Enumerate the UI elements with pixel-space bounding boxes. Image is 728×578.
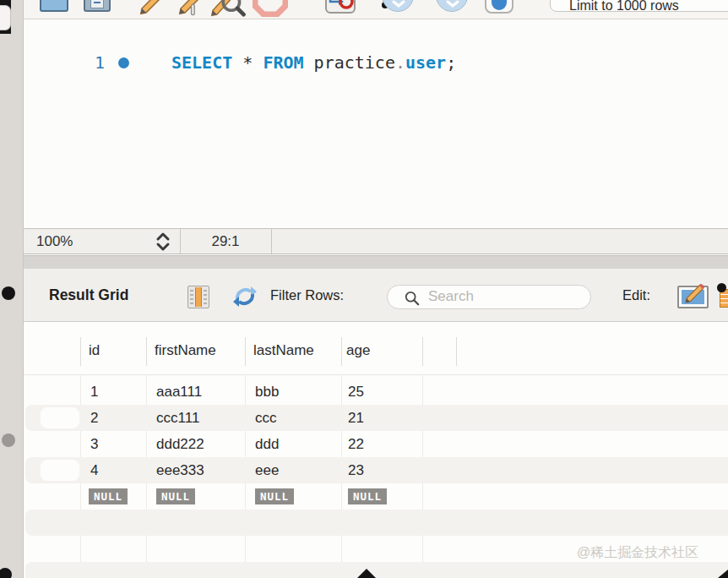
result-grid: id firstName lastName age 1 aaa111 bbb 2… (24, 322, 728, 578)
sql-token: * (232, 52, 263, 73)
next-nav-icon[interactable] (436, 0, 468, 12)
row-selector[interactable] (41, 460, 79, 481)
sql-token: ; (446, 52, 456, 73)
result-grid-title: Result Grid (49, 286, 128, 304)
null-badge[interactable]: NULL (255, 488, 294, 504)
table-row[interactable]: 1 aaa111 bbb 25 (25, 379, 728, 405)
query-toolbar: Limit to 1000 rows (24, 0, 728, 19)
cursor-position: 29:1 (180, 233, 271, 250)
sql-token: SELECT (171, 52, 232, 73)
null-badge[interactable]: NULL (89, 488, 128, 504)
cell-lastname[interactable]: bbb (255, 379, 279, 405)
sql-line-1: 1 SELECT * FROM practice.user; (24, 50, 728, 75)
edge-dot-gray-icon (2, 434, 15, 447)
table-row-empty[interactable] (25, 510, 728, 536)
continue-on-error-icon[interactable] (325, 0, 356, 14)
sql-statement[interactable]: SELECT * FROM practice.user; (171, 50, 456, 75)
explain-pencil-magnifier-icon[interactable] (209, 0, 246, 19)
search-icon (405, 291, 420, 306)
cell-id[interactable]: 2 (90, 405, 98, 431)
sql-editor[interactable]: 1 SELECT * FROM practice.user; (24, 19, 728, 228)
editor-status-bar: 100% 29:1 (24, 228, 728, 254)
column-header-firstname[interactable]: firstName (155, 342, 216, 359)
filter-search-box[interactable] (387, 285, 591, 309)
commit-toggle-icon[interactable] (485, 0, 513, 14)
search-input[interactable] (428, 288, 580, 305)
insert-row-icon[interactable] (717, 283, 728, 308)
edit-label: Edit: (622, 287, 650, 303)
pencil-icon (681, 279, 708, 306)
mysql-workbench-window: Limit to 1000 rows 1 SELECT * FROM pract… (0, 0, 728, 578)
table-row[interactable]: 2 ccc111 ccc 21 (25, 405, 728, 431)
cell-lastname[interactable]: eee (255, 457, 279, 483)
statement-marker-icon (118, 57, 129, 68)
table-row-empty[interactable] (25, 562, 728, 578)
cell-firstname[interactable]: aaa111 (156, 379, 202, 405)
cell-id[interactable]: 1 (90, 379, 98, 405)
watermark: @稀土掘金技术社区 (577, 544, 698, 562)
zoom-stepper[interactable] (153, 232, 173, 252)
sql-token: . (395, 52, 405, 73)
table-row[interactable]: 3 ddd222 ddd 22 (25, 431, 728, 457)
limit-rows-dropdown[interactable]: Limit to 1000 rows (550, 0, 728, 12)
null-badge[interactable]: NULL (348, 488, 387, 504)
scroll-tab (0, 5, 11, 30)
column-header-age[interactable]: age (346, 342, 370, 359)
row-selector[interactable] (41, 407, 79, 428)
execute-pencil-icon[interactable] (138, 0, 163, 17)
limit-rows-value: Limit to 1000 rows (569, 0, 679, 14)
edge-dot-bottom-icon (0, 568, 12, 578)
column-header-id[interactable]: id (89, 342, 100, 359)
sql-token: FROM (263, 52, 303, 73)
sql-token: user (405, 52, 446, 73)
cell-age[interactable]: 21 (348, 405, 364, 431)
stop-execution-icon[interactable] (253, 0, 288, 17)
cell-age[interactable]: 22 (348, 431, 364, 457)
edge-dot-icon (2, 286, 15, 300)
panel-splitter[interactable] (24, 255, 728, 269)
result-grid-toolbar: Result Grid Filter Rows: Edit: (24, 269, 728, 322)
save-script-icon[interactable] (84, 0, 111, 12)
sql-token: practice (304, 52, 395, 73)
prev-nav-icon[interactable] (382, 0, 414, 12)
execute-current-pencil-icon[interactable] (177, 0, 202, 17)
table-row[interactable]: 4 eee333 eee 23 (25, 457, 728, 483)
refresh-icon[interactable] (231, 285, 258, 308)
filter-rows-label: Filter Rows: (270, 287, 344, 303)
open-script-icon[interactable] (40, 0, 68, 12)
divider (271, 229, 272, 254)
cell-id[interactable]: 4 (90, 457, 98, 483)
cell-id[interactable]: 3 (90, 431, 98, 457)
column-header-lastname[interactable]: lastName (253, 342, 314, 359)
grid-view-icon[interactable] (187, 286, 209, 308)
cell-firstname[interactable]: ccc111 (156, 405, 199, 431)
cell-firstname[interactable]: ddd222 (156, 431, 204, 457)
null-insert-row[interactable]: NULL NULL NULL NULL (25, 483, 728, 510)
zoom-level: 100% (36, 233, 73, 250)
cell-age[interactable]: 23 (348, 457, 364, 483)
cell-firstname[interactable]: eee333 (156, 457, 204, 483)
null-badge[interactable]: NULL (156, 488, 195, 504)
cell-lastname[interactable]: ddd (255, 431, 279, 457)
cell-lastname[interactable]: ccc (255, 405, 277, 431)
cell-age[interactable]: 25 (348, 379, 364, 405)
edit-record-icon[interactable] (677, 286, 709, 308)
line-number: 1 (95, 50, 105, 75)
